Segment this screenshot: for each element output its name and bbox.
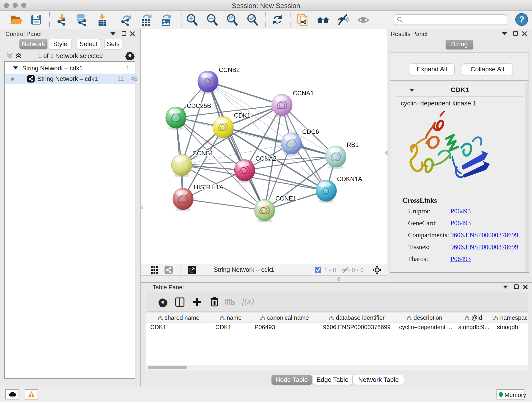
string-badge-icon[interactable]	[165, 266, 173, 274]
help-button[interactable]: ?	[515, 13, 528, 26]
string-network-icon	[27, 75, 35, 83]
toolbar-separator	[116, 12, 116, 27]
current-network-bullet-icon	[11, 77, 14, 81]
table-cell[interactable]: stringdb:9...	[454, 322, 493, 332]
refresh-icon[interactable]	[271, 13, 284, 26]
tab-node-table[interactable]: Node Table	[272, 375, 312, 385]
toolbar-separator	[265, 12, 266, 27]
splitter-handle[interactable]	[139, 206, 143, 209]
export-network-icon[interactable]	[119, 13, 132, 26]
column-header-namespac[interactable]: namespac	[493, 313, 528, 322]
collapse-all-button[interactable]: Collapse All	[462, 64, 513, 75]
panel-close-icon[interactable]	[130, 31, 135, 36]
network-options-gear-icon[interactable]	[125, 51, 135, 60]
scrollbar-thumb[interactable]	[148, 366, 187, 369]
import-database-icon[interactable]	[75, 13, 88, 26]
table-cell[interactable]: stringdb	[493, 322, 528, 332]
panel-menu-icon[interactable]	[110, 32, 115, 35]
warning-status-button[interactable]	[25, 389, 38, 400]
tab-select[interactable]: Select	[77, 39, 100, 49]
network-selection-status: 1 of 1 Network selected	[0, 52, 141, 60]
panel-close-icon[interactable]	[522, 31, 527, 36]
collection-count: 1	[119, 65, 129, 72]
zoom-out-icon[interactable]	[206, 13, 219, 26]
birds-eye-icon[interactable]	[372, 265, 382, 275]
add-column-icon[interactable]	[192, 297, 202, 307]
table-cell[interactable]: 9606.ENSP00000378699	[319, 322, 395, 332]
column-header-name[interactable]: name	[211, 313, 250, 322]
search-input[interactable]	[394, 14, 507, 25]
svg-text:CDK1: CDK1	[234, 112, 250, 119]
column-header--id[interactable]: @id	[454, 313, 493, 322]
title-bar: Session: New Session	[0, 0, 532, 11]
hide-selected-icon[interactable]	[336, 13, 349, 26]
zoom-fit-icon[interactable]	[226, 13, 239, 26]
function-builder-icon: f(x)	[242, 296, 254, 306]
network-collection-row[interactable]: String Network – cdk1 1	[5, 63, 135, 74]
column-label: description	[413, 314, 443, 321]
clone-network-icon[interactable]	[297, 13, 309, 26]
splitter-handle[interactable]	[337, 277, 341, 281]
tab-edge-table[interactable]: Edge Table	[312, 375, 353, 385]
table-cell[interactable]: CDK1	[146, 322, 211, 332]
crosslink-link[interactable]: P06493	[450, 255, 471, 263]
panel-float-icon[interactable]	[514, 284, 519, 289]
expand-all-button[interactable]: Expand All	[409, 64, 455, 75]
home-icon[interactable]	[317, 13, 330, 26]
column-header-description[interactable]: description	[395, 313, 454, 322]
column-header-canonical-name[interactable]: canonical name	[250, 313, 319, 322]
toolbar-separator	[49, 12, 50, 27]
table-cell[interactable]: cyclin–dependent ...	[395, 322, 454, 332]
crosslink-link[interactable]: 9606.ENSP00000378699	[450, 243, 518, 251]
delete-column-icon[interactable]	[210, 297, 219, 307]
selected-checkbox-icon[interactable]	[315, 267, 321, 273]
grid-view-icon[interactable]	[150, 266, 158, 274]
network-row-label: String Network – cdk1	[37, 75, 98, 83]
network-tree: String Network – cdk1 1 String Network –…	[4, 61, 135, 379]
export-table-icon[interactable]	[139, 13, 152, 26]
results-scrollbar[interactable]	[525, 83, 528, 272]
zoom-in-icon[interactable]	[186, 13, 198, 26]
network-graph[interactable]: CCNB2CCNA1CDC25BCDK1CDC6RB1CCNB1CCNA2CDK…	[141, 29, 387, 264]
panel-menu-icon[interactable]	[503, 286, 508, 288]
column-header-database-identifier[interactable]: database identifier	[319, 313, 395, 322]
save-session-icon[interactable]	[30, 13, 43, 26]
crosslink-link[interactable]: 9606.ENSP00000378699	[450, 231, 518, 239]
table-cell[interactable]: P06493	[250, 322, 319, 332]
column-header-shared-name[interactable]: shared name	[146, 313, 211, 322]
table-options-gear-icon[interactable]	[158, 297, 168, 307]
toolbar-separator	[291, 12, 291, 27]
panel-float-icon[interactable]	[122, 31, 126, 36]
cloud-status-button[interactable]	[5, 389, 19, 400]
table-hscrollbar[interactable]	[146, 365, 528, 370]
open-in-window-icon[interactable]	[188, 266, 196, 274]
tab-sets[interactable]: Sets	[104, 39, 122, 49]
collection-expand-icon[interactable]	[13, 66, 18, 70]
table-cell[interactable]: CDK1	[211, 322, 250, 332]
delete-table-icon	[225, 298, 235, 306]
tab-style[interactable]: Style	[49, 39, 72, 49]
node-table: shared namenamecanonical namedatabase id…	[146, 313, 528, 370]
crosslink-link[interactable]: P06493	[450, 219, 471, 227]
network-row-selected[interactable]: String Network – cdk1 11 48	[5, 74, 135, 84]
tab-network-table[interactable]: Network Table	[353, 375, 404, 385]
import-network-icon[interactable]	[56, 13, 69, 26]
open-file-icon[interactable]	[9, 13, 22, 26]
panel-float-icon[interactable]	[513, 31, 518, 36]
panel-menu-icon[interactable]	[502, 32, 507, 35]
show-columns-icon[interactable]	[175, 297, 185, 307]
tab-network[interactable]: Network	[19, 39, 47, 49]
network-canvas[interactable]: CCNB2CCNA1CDC25BCDK1CDC6RB1CCNB1CCNA2CDK…	[141, 29, 387, 264]
memory-button[interactable]: Memory	[496, 389, 525, 400]
tab-string[interactable]: String	[446, 40, 473, 49]
zoom-selected-icon[interactable]	[246, 13, 259, 26]
svg-text:RB1: RB1	[347, 141, 359, 148]
crosslink-link[interactable]: P06493	[450, 207, 471, 215]
import-table-icon[interactable]	[96, 13, 109, 26]
bottombar-separator	[338, 265, 338, 275]
divider	[396, 96, 523, 97]
show-hidden-icon[interactable]	[357, 13, 370, 26]
panel-close-icon[interactable]	[523, 284, 528, 290]
export-image-icon[interactable]	[159, 13, 172, 26]
main-toolbar: ?	[0, 11, 532, 29]
